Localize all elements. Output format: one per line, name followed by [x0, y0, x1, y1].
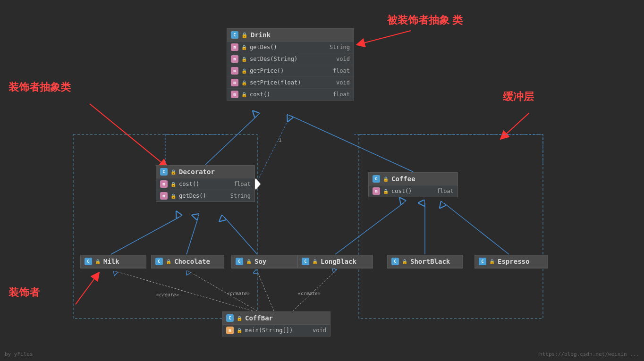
class-decorator: C 🔒 Decorator m 🔒 cost() float m 🔒 getDe…: [156, 165, 255, 202]
diagram-container: 1 «create» «create» «create»: [0, 0, 644, 361]
class-drink-name: Drink: [251, 31, 271, 39]
class-espresso: C 🔒 Espresso: [475, 255, 548, 269]
class-longblack: C 🔒 LongBlack: [297, 255, 373, 269]
svg-line-20: [116, 271, 253, 311]
class-coffee: C 🔒 Coffee m 🔒 cost() float: [368, 172, 458, 197]
svg-line-16: [224, 217, 257, 254]
footer-right: https://blog.csdn.net/weixin_...: [539, 351, 639, 357]
svg-rect-0: [73, 134, 257, 319]
svg-line-23: [257, 271, 274, 311]
class-coffee-name: Coffee: [391, 175, 415, 183]
svg-line-15: [186, 217, 198, 254]
class-shortblack-header: C 🔒 ShortBlack: [388, 255, 462, 268]
svg-text:«create»: «create»: [297, 291, 321, 296]
svg-line-22: [189, 271, 257, 311]
method-cost-drink: m 🔒 cost() float: [227, 89, 354, 100]
class-coffee-header: C 🔒 Coffee: [369, 173, 458, 185]
method-getdes: m 🔒 getDes() String: [227, 42, 354, 53]
svg-line-30: [76, 272, 99, 304]
svg-line-27: [356, 31, 411, 45]
lock-drink: 🔒: [241, 32, 248, 38]
svg-text:1: 1: [279, 137, 282, 143]
method-getprice: m 🔒 getPrice() float: [227, 65, 354, 77]
svg-line-25: [293, 271, 335, 311]
class-drink: C 🔒 Drink m 🔒 getDes() String m 🔒 setDes…: [227, 28, 354, 101]
class-coffbar: C 🔒 CoffBar m 🔒 main(String[]) void: [222, 311, 330, 336]
method-setprice: m 🔒 setPrice(float) void: [227, 77, 354, 89]
footer-left: by yFiles: [5, 351, 33, 357]
class-soy-name: Soy: [254, 258, 266, 265]
class-chocolate-header: C 🔒 Chocolate: [152, 255, 224, 268]
class-milk-header: C 🔒 Milk: [81, 255, 146, 268]
annotation-decorator-abstract: 装饰者抽象类: [8, 80, 71, 94]
class-soy: C 🔒 Soy: [231, 255, 297, 269]
badge-c-drink: C: [231, 31, 238, 39]
svg-line-19: [444, 203, 509, 254]
svg-line-17: [335, 203, 404, 254]
annotation-decorated-abstract: 被装饰者抽象 类: [387, 13, 463, 27]
class-coffbar-header: C 🔒 CoffBar: [222, 312, 330, 325]
class-decorator-name: Decorator: [179, 168, 215, 176]
svg-line-29: [500, 113, 529, 139]
class-drink-header: C 🔒 Drink: [227, 29, 354, 42]
method-getdes-decorator: m 🔒 getDes() String: [156, 190, 254, 201]
svg-line-14: [111, 217, 179, 254]
annotation-buffer-layer: 缓冲层: [503, 90, 534, 104]
class-milk-name: Milk: [103, 258, 119, 265]
class-longblack-header: C 🔒 LongBlack: [298, 255, 373, 268]
class-shortblack-name: ShortBlack: [410, 258, 450, 265]
class-espresso-name: Espresso: [498, 258, 529, 265]
class-coffbar-name: CoffBar: [245, 314, 273, 322]
class-soy-header: C 🔒 Soy: [232, 255, 297, 268]
annotation-decorator: 装饰者: [8, 285, 40, 300]
class-longblack-name: LongBlack: [321, 258, 356, 265]
svg-rect-1: [359, 134, 543, 319]
method-setdes: m 🔒 setDes(String) void: [227, 53, 354, 65]
class-milk: C 🔒 Milk: [80, 255, 146, 269]
svg-line-10: [290, 116, 413, 172]
method-cost-decorator: m 🔒 cost() float: [156, 178, 254, 190]
class-chocolate-name: Chocolate: [174, 258, 210, 265]
svg-text:«create»: «create»: [227, 291, 250, 296]
svg-line-9: [205, 116, 257, 165]
method-main: m 🔒 main(String[]) void: [222, 325, 330, 336]
svg-line-28: [90, 104, 168, 168]
method-cost-coffee: m 🔒 cost() float: [369, 185, 458, 197]
class-espresso-header: C 🔒 Espresso: [475, 255, 547, 268]
class-chocolate: C 🔒 Chocolate: [151, 255, 224, 269]
class-decorator-header: C 🔒 Decorator: [156, 166, 254, 178]
svg-line-11: [256, 116, 290, 184]
class-shortblack: C 🔒 ShortBlack: [387, 255, 463, 269]
svg-text:«create»: «create»: [156, 292, 179, 297]
